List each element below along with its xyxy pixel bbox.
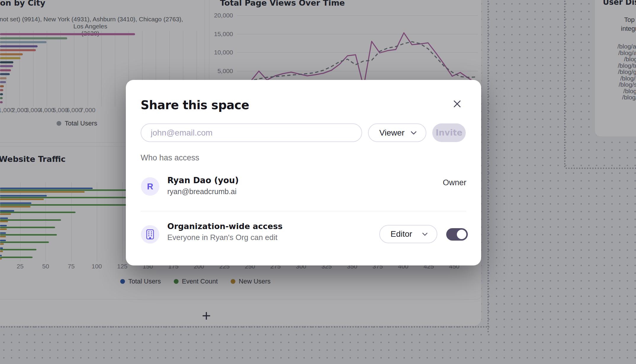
modal-title: Share this space: [141, 98, 249, 112]
chevron-down-icon: [410, 131, 417, 135]
role-dropdown[interactable]: Viewer: [368, 123, 426, 142]
share-space-modal: Share this space Viewer Invite Who has a…: [126, 80, 481, 265]
org-access-toggle[interactable]: [446, 228, 468, 241]
email-input[interactable]: [141, 123, 362, 142]
org-role-dropdown[interactable]: Editor: [379, 225, 437, 243]
role-dropdown-value: Viewer: [379, 128, 404, 138]
avatar: R: [141, 177, 159, 196]
member-role-label: Owner: [443, 178, 466, 187]
organization-icon: [141, 225, 159, 244]
divider: [141, 211, 466, 211]
org-access-description: Everyone in Ryan's Org can edit: [167, 233, 277, 242]
access-section-heading: Who has access: [141, 153, 199, 162]
chevron-down-icon: [422, 232, 428, 236]
dashboard-canvas: on by City (not set) (9914), New York (4…: [0, 0, 636, 364]
member-email: ryan@breadcrumb.ai: [167, 187, 237, 196]
invite-button[interactable]: Invite: [432, 123, 466, 142]
org-role-dropdown-value: Editor: [391, 229, 412, 239]
member-name: Ryan Dao (you): [167, 175, 239, 185]
avatar-initial: R: [147, 182, 153, 191]
close-icon[interactable]: [450, 97, 464, 111]
toggle-knob: [457, 230, 466, 239]
org-access-title: Organization-wide access: [167, 222, 282, 231]
